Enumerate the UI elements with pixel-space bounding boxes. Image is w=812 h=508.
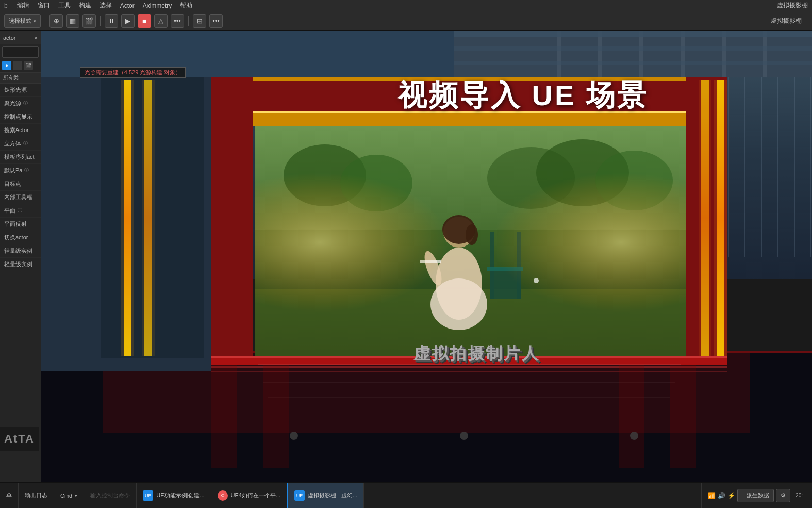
taskbar-label-1: UE4如何在一个平... (231, 491, 281, 499)
toolbar-separator-3 (188, 16, 189, 26)
svg-rect-50 (619, 365, 644, 468)
scene-container: 光照需要重建（4,529 光源构建 对象） 视频导入 UE 场景 虚拟拍摄制片人 (41, 31, 812, 482)
svg-rect-8 (142, 80, 155, 356)
menu-help[interactable]: 帮助 (176, 0, 196, 11)
svg-rect-36 (255, 126, 686, 358)
derived-data-label: 派生数据 (747, 491, 769, 499)
menu-tools[interactable]: 工具 (54, 0, 75, 11)
left-actor-panel: actor × ● □ 🎬 所有类 矩形光源 聚光源 ⓘ 控制点显示 搜索Act… (0, 31, 41, 482)
taskbar-icon-2: UE (294, 490, 305, 501)
actor-search-input[interactable] (2, 46, 39, 58)
select-mode-button[interactable]: 选择模式 (4, 14, 41, 28)
output-log-button[interactable]: 输出日志 (19, 483, 54, 508)
console-input-label: 输入控制台命令 (90, 491, 130, 499)
panel-item-internal-tool[interactable]: 内部工具框 (0, 191, 41, 204)
status-bar: 单 输出日志 Cmd ▾ 输入控制台命令 UE UE功能示例|创建... C U… (0, 482, 812, 508)
panel-item-lightweight-1[interactable]: 轻量级实例 (0, 244, 41, 258)
panel-icon-square[interactable]: □ (13, 61, 22, 70)
viewport-main-title: 视频导入 UE 场景 (398, 79, 648, 111)
taskbar-icon-1: C (218, 490, 228, 501)
panel-icon-group: ● □ 🎬 (0, 59, 41, 73)
notification-bar: 光照需要重建（4,529 光源构建 对象） (80, 67, 186, 78)
panel-item-plane-reflect[interactable]: 平面反射 (0, 218, 41, 231)
app-title-right: 虚拟摄影棚 (777, 1, 808, 10)
menu-build[interactable]: 构建 (75, 0, 95, 11)
panel-icon-dot[interactable]: ● (2, 61, 11, 70)
panel-item-rect-light[interactable]: 矩形光源 (0, 84, 41, 97)
layout-button[interactable]: ⊞ (193, 14, 206, 28)
panel-item-control-point[interactable]: 控制点显示 (0, 110, 41, 124)
notification-text: 光照需要重建（4,529 光源构建 对象） (85, 69, 181, 75)
toolbar-separator-2 (100, 16, 101, 26)
taskbar-label-0: UE功能示例|创建... (156, 491, 204, 499)
atta-label: AtTA (4, 432, 35, 446)
stop-button[interactable]: ■ (138, 14, 151, 28)
panel-item-plane[interactable]: 平面 ⓘ (0, 204, 41, 218)
panel-item-template-seq[interactable]: 模板序列act (0, 151, 41, 164)
info-icon-spot: ⓘ (23, 100, 28, 107)
play-button[interactable]: ▶ (121, 14, 135, 28)
menu-actor[interactable]: Actor (116, 0, 139, 11)
main-viewport[interactable]: 光照需要重建（4,529 光源构建 对象） 视频导入 UE 场景 虚拟拍摄制片人 (41, 31, 812, 482)
menu-window[interactable]: 窗口 (34, 0, 54, 11)
menu-aximmetry[interactable]: Aximmetry (139, 0, 176, 11)
panel-close-button[interactable]: × (35, 35, 38, 41)
panel-item-switch-actor[interactable]: 切换actor (0, 231, 41, 244)
svg-rect-7 (121, 80, 134, 356)
panel-item-cube[interactable]: 立方体 ⓘ (0, 137, 41, 151)
svg-rect-51 (670, 365, 696, 468)
toolbar-settings-button[interactable]: ••• (209, 14, 223, 28)
svg-point-52 (290, 432, 298, 440)
console-input-button[interactable]: 输入控制台命令 (84, 483, 137, 508)
bottom-settings-button[interactable]: ⚙ (776, 489, 790, 502)
tray-icon-3: ⚡ (727, 492, 735, 499)
svg-rect-42 (714, 80, 727, 356)
pause-button[interactable]: ⏸ (105, 14, 118, 28)
media-button[interactable]: 🎬 (82, 14, 96, 28)
eject-button[interactable]: △ (154, 14, 168, 28)
panel-icon-media[interactable]: 🎬 (24, 61, 33, 70)
taskbar-item-virtual-studio[interactable]: UE 虚拟摄影棚 - 虚幻... (287, 483, 364, 508)
select-mode-label: 选择模式 (9, 17, 31, 25)
output-log-label: 输出日志 (25, 491, 47, 499)
main-toolbar: 选择模式 ⊕ ▦ 🎬 ⏸ ▶ ■ △ ••• ⊞ ••• 虚拟摄影棚 (0, 11, 812, 31)
panel-item-default-pa[interactable]: 默认Pa ⓘ (0, 164, 41, 177)
panel-item-spot-light[interactable]: 聚光源 ⓘ (0, 97, 41, 110)
grid-button[interactable]: ▦ (66, 14, 79, 28)
svg-rect-61 (722, 31, 726, 77)
panel-item-lightweight-2[interactable]: 轻量级实例 (0, 258, 41, 271)
taskbar-item-ue-examples[interactable]: UE UE功能示例|创建... (137, 483, 211, 508)
toolbar-separator-1 (45, 16, 45, 26)
svg-point-66 (534, 278, 539, 283)
svg-rect-41 (699, 80, 711, 356)
derived-data-button[interactable]: ≡ 派生数据 (737, 489, 774, 502)
panel-item-search-actor[interactable]: 搜索Actor (0, 124, 41, 137)
log-label: 单 (6, 491, 12, 499)
panel-title: actor (3, 35, 15, 41)
svg-rect-49 (263, 365, 289, 468)
svg-rect-47 (268, 397, 670, 398)
more-options-button[interactable]: ••• (171, 14, 184, 28)
main-title-overlay: 视频导入 UE 场景 (273, 76, 774, 116)
svg-rect-64 (454, 46, 812, 51)
menu-select[interactable]: 选择 (95, 0, 116, 11)
info-icon-default: ⓘ (24, 167, 29, 174)
tray-icon-2: 🔊 (718, 492, 725, 499)
menu-edit[interactable]: 编辑 (13, 0, 34, 11)
bottom-3d-text: 虚拟拍摄制片人 (413, 344, 540, 363)
svg-rect-57 (557, 31, 561, 77)
svg-rect-62 (763, 31, 767, 77)
svg-rect-48 (211, 365, 237, 468)
window-title-label: b (4, 2, 8, 9)
transform-button[interactable]: ⊕ (49, 14, 63, 28)
svg-rect-60 (681, 31, 685, 77)
bottom-left-controls: 单 输出日志 Cmd ▾ 输入控制台命令 (0, 483, 137, 508)
svg-rect-13 (211, 77, 253, 356)
bottom-right-controls: 📶 🔊 ⚡ ≡ 派生数据 ⚙ 20: (701, 483, 812, 508)
log-button[interactable]: 单 (0, 483, 19, 508)
taskbar-item-ue4-how[interactable]: C UE4如何在一个平... (211, 483, 288, 508)
panel-item-target[interactable]: 目标点 (0, 177, 41, 191)
cmd-button[interactable]: Cmd ▾ (54, 483, 84, 508)
svg-rect-58 (598, 31, 602, 77)
derived-data-icon: ≡ (742, 493, 745, 499)
